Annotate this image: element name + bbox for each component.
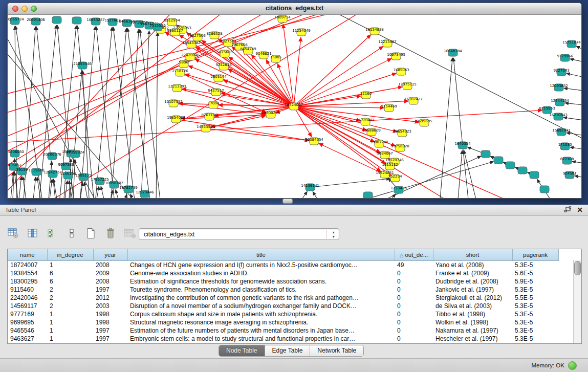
table-cell[interactable]: 6 (47, 277, 93, 286)
table-row[interactable]: 969969511998Structural magnetic resonanc… (8, 318, 558, 326)
table-cell[interactable]: Hescheler et al. (1997) (433, 335, 512, 343)
network-node[interactable]: 924501 (563, 171, 577, 179)
network-node[interactable]: 8215953 (539, 106, 555, 114)
network-node[interactable]: 9329966 (557, 54, 573, 61)
network-node[interactable]: 1640354 (454, 142, 471, 149)
network-node[interactable]: 14136141 (301, 184, 319, 191)
network-node[interactable] (52, 16, 61, 24)
table-cell[interactable]: Investigating the contribution of common… (127, 294, 395, 302)
table-cell[interactable]: 5.3E-5 (512, 302, 558, 310)
table-cell[interactable]: 1997 (93, 286, 127, 294)
table-cell[interactable]: 1 (47, 326, 93, 335)
table-cell[interactable]: 0 (395, 310, 433, 318)
table-cell[interactable]: 0 (395, 294, 433, 302)
table-cell[interactable]: Dudbridge et al. (2008) (433, 277, 512, 286)
column-select-icon[interactable] (27, 227, 39, 239)
column-header-short[interactable]: short (433, 249, 512, 261)
tab-edge-table[interactable]: Edge Table (265, 345, 311, 356)
table-cell[interactable]: 2 (47, 286, 93, 294)
network-node[interactable]: 171030 (558, 143, 572, 150)
table-cell[interactable]: 1998 (93, 310, 127, 318)
table-cell[interactable]: 2 (47, 302, 93, 310)
table-cell[interactable]: 1 (47, 318, 93, 326)
network-node[interactable]: 9154469 (381, 104, 397, 112)
table-row[interactable]: 2242004622012Investigating the contribut… (8, 294, 558, 302)
table-cell[interactable]: 5.3E-5 (512, 326, 558, 335)
tab-network-table[interactable]: Network Table (310, 345, 363, 356)
network-node[interactable]: 677108 (560, 157, 574, 164)
network-node[interactable]: 16107427 (404, 97, 423, 104)
network-node[interactable]: 1505135 (75, 173, 91, 181)
table-cell[interactable]: 9699695 (8, 318, 47, 326)
table-cell[interactable]: 0 (395, 335, 433, 343)
float-window-icon[interactable] (564, 206, 572, 213)
network-node[interactable]: 11254049 (292, 29, 311, 36)
scrollbar-thumb[interactable] (574, 261, 581, 275)
table-cell[interactable]: Disruption of a novel member of a sodium… (127, 302, 395, 310)
network-node[interactable]: 12213987 (378, 40, 397, 47)
network-node[interactable]: 21053346 (73, 62, 92, 69)
select-functions-icon[interactable] (46, 227, 58, 239)
window-titlebar[interactable]: citations_edges.txt (8, 3, 581, 15)
network-node[interactable]: 16648784 (444, 49, 462, 56)
table-cell[interactable]: 14569117 (8, 302, 47, 310)
table-cell[interactable]: 19384554 (8, 269, 47, 277)
table-cell[interactable]: 2 (47, 294, 93, 302)
table-cell[interactable]: Estimation of significance thresholds fo… (127, 277, 395, 286)
column-header-pagerank[interactable]: pagerank (512, 249, 558, 261)
network-node[interactable]: 16210643 (549, 113, 568, 120)
column-header-year[interactable]: year (93, 249, 127, 261)
table-cell[interactable]: 0 (395, 277, 433, 286)
network-node[interactable]: 17004 (208, 101, 220, 108)
table-cell[interactable]: 1998 (93, 318, 127, 326)
network-node[interactable]: 9896 (179, 60, 188, 68)
table-cell[interactable]: 5.6E-5 (512, 269, 558, 277)
table-cell[interactable]: Estimation of the future numbers of pati… (127, 326, 395, 335)
table-cell[interactable]: 18724007 (8, 261, 47, 270)
table-row[interactable]: 1456911722003Disruption of a novel membe… (8, 302, 558, 310)
network-node[interactable]: 22420046 (181, 53, 200, 60)
table-cell[interactable]: 5.3E-5 (512, 310, 558, 318)
table-cell[interactable]: 5.5E-5 (512, 294, 558, 302)
table-row[interactable]: 946362711997Embryonic stem cells: a mode… (8, 335, 558, 343)
table-cell[interactable]: 0 (395, 269, 433, 277)
network-svg[interactable]: 1872400789129542222605393275061854338281… (8, 15, 581, 198)
table-cell[interactable]: Jankovic et al. (1997) (433, 286, 512, 294)
network-node[interactable]: 1009714 (274, 15, 291, 23)
network-node[interactable]: 15885 (270, 55, 281, 62)
table-cell[interactable]: 2012 (93, 294, 127, 302)
network-node[interactable] (506, 162, 515, 169)
network-node[interactable]: 9327506 (189, 34, 206, 41)
table-selector-dropdown[interactable]: citations_edges.txt ▲▼ (139, 228, 339, 240)
network-node[interactable]: 9227343 (553, 69, 569, 76)
table-cell[interactable]: 1997 (93, 335, 127, 343)
network-node[interactable]: 18543382 (182, 41, 201, 48)
network-node[interactable] (530, 171, 539, 179)
network-node[interactable]: 9097588 (58, 163, 74, 170)
table-cell[interactable]: 0 (395, 318, 433, 326)
table-cell[interactable]: 0 (395, 286, 433, 294)
column-header-in_degree[interactable]: in_degree (47, 249, 93, 261)
network-node[interactable]: 1733426 (390, 186, 407, 193)
table-cell[interactable]: 9777169 (8, 310, 47, 318)
network-node[interactable]: 9699695 (416, 119, 432, 126)
table-cell[interactable]: Nakamura et al. (1997) (433, 326, 512, 335)
row-height-icon[interactable] (66, 227, 78, 239)
table-cell[interactable]: 5.9E-5 (512, 277, 558, 286)
table-cell[interactable]: Wolkin et al. (1998) (433, 318, 512, 326)
table-cell[interactable]: Franke et al. (2009) (433, 269, 512, 277)
network-node[interactable] (518, 167, 527, 174)
network-node[interactable]: 39159 (16, 168, 28, 175)
table-row[interactable]: 911546021997Tourette syndrome. Phenomeno… (8, 286, 558, 294)
network-node[interactable]: 12975115 (398, 82, 417, 90)
column-header-title[interactable]: title (127, 249, 395, 261)
table-row[interactable]: 1872400712008Changes of HCN gene express… (8, 261, 558, 270)
network-node[interactable]: 9146821 (255, 52, 271, 59)
table-cell[interactable]: Yano et al. (2008) (433, 261, 512, 270)
network-node[interactable] (540, 186, 549, 193)
network-node[interactable] (72, 17, 81, 24)
network-canvas[interactable]: 1872400789129542222605393275061854338281… (8, 15, 581, 198)
table-cell[interactable]: 5.3E-5 (512, 286, 558, 294)
network-node[interactable]: 15751074 (562, 40, 581, 48)
network-node[interactable]: 8186328 (206, 32, 222, 39)
